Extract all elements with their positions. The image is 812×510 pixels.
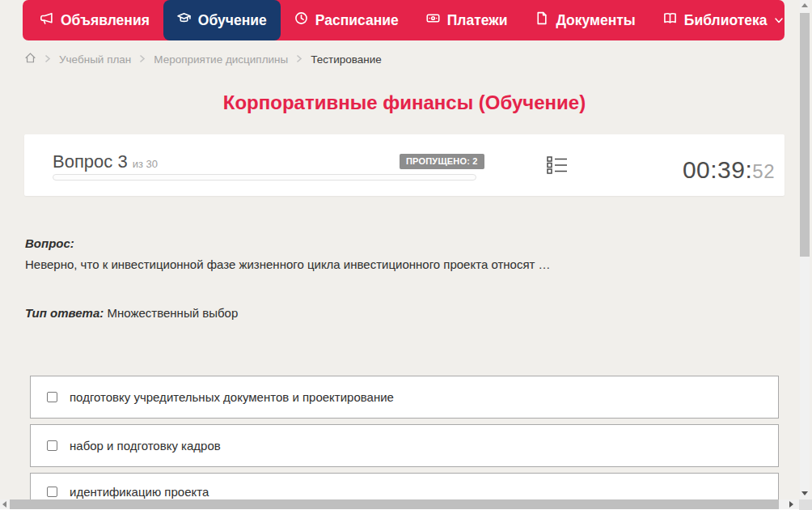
nav-item-documents[interactable]: Документы [521,0,649,40]
scroll-down-arrow-icon[interactable] [801,491,808,495]
scroll-left-arrow-icon[interactable] [2,501,6,508]
skipped-badge: ПРОПУЩЕНО: 2 [400,154,484,169]
question-number-label: Вопрос 3 [53,151,128,172]
book-icon [663,11,677,29]
answer-type: Тип ответа: Множественный выбор [25,306,238,320]
timer: 00:39:52 [683,156,775,184]
chevron-down-icon [774,12,784,29]
answer-type-value: Множественный выбор [107,306,238,320]
nav-item-schedule[interactable]: Расписание [281,0,412,40]
option-label: набор и подготовку кадров [70,439,221,453]
answer-option[interactable]: набор и подготовку кадров [30,424,779,467]
breadcrumb-discipline-event[interactable]: Мероприятие дисциплины [154,53,288,66]
question-total-label: из 30 [133,158,158,170]
page-title: Корпоративные финансы (Обучение) [24,91,785,114]
scroll-right-arrow-icon[interactable] [789,501,793,508]
question-text: Неверно, что к инвестиционной фазе жизне… [25,257,753,271]
nav-item-label: Расписание [315,12,399,29]
question-header-card: Вопрос 3из 30 ПРОПУЩЕНО: 2 00:39:52 [24,134,785,196]
option-checkbox[interactable] [47,487,57,497]
chevron-right-icon [44,53,51,66]
chevron-right-icon [139,53,146,66]
clock-icon [294,11,308,29]
scrollbar-corner [799,499,812,510]
nav-item-label: Платежи [447,12,508,29]
nav-item-payments[interactable]: Платежи [412,0,522,40]
nav-item-learning[interactable]: Обучение [163,0,281,40]
quiz-page: Объявления Обучение Расписание Платежи Д… [0,0,812,510]
banknote-icon [426,11,440,29]
document-icon [535,11,548,29]
nav-item-label: Обучение [198,12,267,29]
nav-item-label: Библиотека [684,12,768,29]
question-progress-bar [53,174,476,181]
home-icon[interactable] [24,52,36,66]
question-list-icon[interactable] [547,155,568,178]
nav-item-label: Объявления [61,12,150,29]
horizontal-scrollbar[interactable] [0,499,799,510]
option-label: подготовку учредительных документов и пр… [70,390,394,404]
graduation-cap-icon [177,11,191,29]
scroll-up-arrow-icon[interactable] [801,3,808,7]
question-heading: Вопрос: [25,236,74,250]
option-checkbox[interactable] [47,440,57,451]
answer-option[interactable]: подготовку учредительных документов и пр… [30,376,779,419]
timer-seconds: 52 [752,160,775,182]
breadcrumb-testing: Тестирование [311,53,382,66]
chevron-right-icon [296,53,302,66]
answer-type-label: Тип ответа: [25,306,104,320]
vertical-scrollbar-thumb[interactable] [800,13,810,257]
nav-item-announcements[interactable]: Объявления [26,0,163,40]
megaphone-icon [40,11,53,29]
option-label: идентификацию проекта [70,485,209,499]
question-number: Вопрос 3из 30 [53,151,158,172]
breadcrumb-study-plan[interactable]: Учебный план [59,53,131,66]
nav-item-label: Документы [556,12,635,29]
horizontal-scrollbar-thumb[interactable] [10,499,779,509]
option-checkbox[interactable] [47,392,57,402]
vertical-scrollbar[interactable] [800,0,810,499]
breadcrumb: Учебный план Мероприятие дисциплины Тест… [24,50,382,68]
main-nav: Объявления Обучение Расписание Платежи Д… [23,0,785,40]
timer-main: 00:39: [683,156,752,183]
nav-item-library[interactable]: Библиотека [649,0,798,40]
